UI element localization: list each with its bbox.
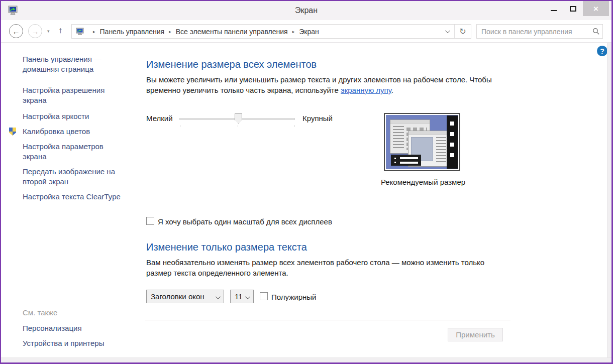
text-element-dropdown-value: Заголовки окон — [151, 292, 205, 301]
chevron-down-icon — [445, 28, 450, 33]
search-input[interactable] — [477, 28, 589, 36]
refresh-icon: ↻ — [459, 27, 466, 36]
font-size-dropdown[interactable]: 11 — [230, 290, 254, 303]
sidebar-item-color-calibration[interactable]: Калибровка цветов — [23, 127, 123, 137]
breadcrumb-separator-icon: ▸ — [164, 29, 176, 34]
minimize-icon — [551, 10, 557, 11]
breadcrumb-separator-icon: ▸ — [288, 29, 299, 34]
section-description-resize-all: Вы можете увеличить или уменьшить размер… — [146, 74, 498, 95]
desc-text: Вы можете увеличить или уменьшить размер… — [146, 75, 492, 94]
close-button[interactable]: × — [583, 1, 609, 16]
sidebar-item-devices-printers[interactable]: Устройства и принтеры — [23, 338, 123, 348]
breadcrumb-current[interactable]: Экран — [299, 28, 319, 36]
preview-menu — [391, 155, 421, 166]
status-strip — [1, 357, 611, 362]
breadcrumb-all-items[interactable]: Все элементы панели управления — [176, 28, 288, 36]
one-scale-checkbox[interactable] — [146, 217, 154, 225]
refresh-button[interactable]: ↻ — [455, 25, 471, 38]
see-also-header: См. также — [23, 308, 57, 317]
font-size-dropdown-value: 11 — [235, 292, 243, 301]
section-description-text-only: Вам необязательно изменять размер всех э… — [146, 257, 498, 278]
search-box — [476, 24, 603, 39]
sidebar-item-cleartype[interactable]: Настройка текста ClearType — [23, 192, 123, 202]
slider-tick — [180, 125, 180, 127]
magnifier-link[interactable]: экранную лупу — [341, 86, 391, 94]
search-icon — [589, 28, 602, 35]
address-bar[interactable]: ▸ Панель управления ▸ Все элементы панел… — [71, 24, 471, 39]
up-button[interactable]: ↑ — [58, 26, 63, 36]
desc-text-end: . — [391, 86, 393, 94]
sidebar-item-second-screen[interactable]: Передать изображение на второй экран — [23, 167, 123, 187]
address-dropdown-button[interactable] — [440, 25, 455, 38]
breadcrumb-control-panel[interactable]: Панель управления — [100, 28, 165, 36]
section-divider — [145, 320, 510, 320]
minimize-button[interactable] — [546, 1, 561, 16]
forward-button[interactable]: → — [28, 24, 42, 38]
text-element-dropdown[interactable]: Заголовки окон — [146, 290, 224, 303]
maximize-icon — [570, 6, 576, 12]
up-icon: ↑ — [58, 26, 63, 35]
back-button[interactable]: ← — [9, 24, 23, 38]
uac-shield-icon — [9, 128, 16, 136]
one-scale-checkbox-label[interactable]: Я хочу выбрать один масштаб для всех дис… — [158, 217, 332, 226]
bold-checkbox-label[interactable]: Полужирный — [271, 293, 316, 301]
section-heading-resize-all: Изменение размера всех элементов — [146, 59, 317, 70]
navigation-toolbar: ← → ▾ ↑ ▸ Панель управления ▸ Все элемен… — [1, 20, 611, 43]
help-icon: ? — [600, 47, 604, 55]
control-panel-icon — [76, 28, 85, 36]
size-slider-thumb[interactable] — [235, 113, 242, 124]
help-button[interactable]: ? — [597, 46, 607, 56]
sidebar-item-personalization[interactable]: Персонализация — [23, 323, 123, 333]
slider-tick — [238, 125, 238, 127]
window-title: Экран — [1, 6, 611, 15]
chevron-down-icon — [216, 292, 219, 301]
back-icon: ← — [13, 27, 20, 36]
content-area: Панель управления — домашняя страница На… — [1, 43, 611, 362]
close-icon: × — [593, 5, 598, 13]
slider-label-large: Крупный — [302, 114, 333, 123]
breadcrumb-separator-icon: ▸ — [88, 29, 100, 34]
chevron-down-icon — [245, 292, 249, 301]
apply-button[interactable]: Применить — [448, 328, 503, 341]
forward-icon: → — [32, 27, 39, 36]
section-heading-text-only: Изменение только размера текста — [146, 241, 307, 253]
sidebar-item-brightness[interactable]: Настройка яркости — [23, 111, 123, 122]
sidebar-item-control-panel-home[interactable]: Панель управления — домашняя страница — [23, 54, 123, 74]
preview-caption: Рекомендуемый размер — [378, 178, 468, 186]
maximize-button[interactable] — [565, 1, 580, 16]
slider-label-small: Мелкий — [146, 114, 173, 123]
titlebar: Экран × — [1, 1, 611, 20]
sidebar-item-screen-resolution[interactable]: Настройка разрешения экрана — [23, 85, 123, 105]
display-settings-window: Экран × ← → ▾ ↑ ▸ Панель управления ▸ Вс… — [0, 0, 613, 364]
recent-pages-dropdown[interactable]: ▾ — [47, 29, 50, 34]
sidebar-item-display-settings[interactable]: Настройка параметров экрана — [23, 142, 123, 162]
scrollbar-gutter — [607, 43, 611, 357]
preview-charms-bar — [447, 115, 458, 169]
display-preview-image — [384, 113, 460, 171]
bold-checkbox[interactable] — [260, 292, 268, 300]
slider-tick — [294, 125, 294, 127]
